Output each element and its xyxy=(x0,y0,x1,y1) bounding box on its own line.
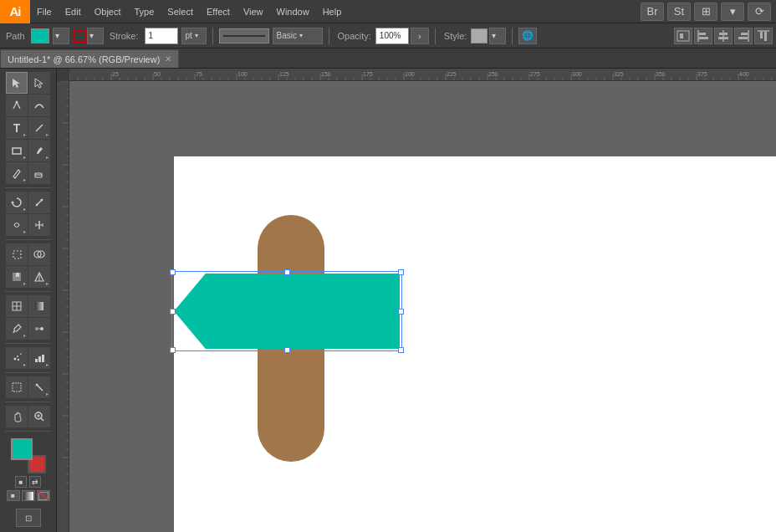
live-paint-btn[interactable]: ▸ xyxy=(6,266,28,288)
svg-rect-12 xyxy=(760,32,763,38)
svg-rect-3 xyxy=(699,33,706,35)
free-transform-btn[interactable] xyxy=(6,243,28,265)
main-area: T ▸ ▸ ▸ ▸ ▸ xyxy=(0,69,776,532)
menu-select[interactable]: Select xyxy=(161,0,200,23)
artboard-mode-btn[interactable]: ⊡ xyxy=(16,509,41,527)
bridge-icon-btn[interactable]: Br xyxy=(641,3,664,21)
artboard-mode-section: ⊡ xyxy=(2,509,54,527)
style-area: Style: ▾ xyxy=(442,28,507,44)
gradient-tool-btn[interactable] xyxy=(28,295,50,317)
swatch-container xyxy=(11,438,46,473)
swap-colors-btn[interactable]: ⇄ xyxy=(29,476,41,488)
scale-tool-btn[interactable] xyxy=(28,192,50,213)
ruler-left-ticks xyxy=(57,81,69,532)
stock-icon-btn[interactable]: St xyxy=(667,3,691,21)
opacity-input[interactable]: 100% xyxy=(375,28,409,44)
shape-builder-btn[interactable] xyxy=(28,243,50,265)
paintbrush-tool-btn[interactable]: ▸ xyxy=(28,140,50,161)
menu-help[interactable]: Help xyxy=(316,0,349,23)
width-tool-btn[interactable] xyxy=(28,214,50,236)
fill-dropdown-arrow: ▾ xyxy=(55,31,59,40)
style-label: Style: xyxy=(442,31,470,41)
svg-text:25: 25 xyxy=(112,71,119,77)
path-label: Path xyxy=(3,31,28,41)
slice-tool-btn[interactable]: ▸ xyxy=(28,376,50,398)
artboard xyxy=(174,156,776,532)
handle-top-left[interactable] xyxy=(170,269,176,275)
align-right-btn[interactable] xyxy=(734,28,753,44)
stroke-dropdown[interactable]: ▾ xyxy=(87,28,104,44)
workspaces-dropdown[interactable]: ▾ xyxy=(721,3,744,21)
blend-tool-btn[interactable] xyxy=(28,318,50,340)
align-left-btn[interactable] xyxy=(694,28,712,44)
svg-point-47 xyxy=(18,359,19,361)
rotate-tool-btn[interactable]: ▸ xyxy=(6,192,28,213)
sync-icon-btn[interactable]: ⟳ xyxy=(748,3,771,21)
menu-window[interactable]: Window xyxy=(270,0,316,23)
stroke-style-dropdown[interactable]: Basic▾ xyxy=(273,28,323,44)
symbol-sprayer-btn[interactable]: ▸ xyxy=(6,347,28,369)
fill-dropdown[interactable]: ▾ xyxy=(53,28,69,44)
menu-edit[interactable]: Edit xyxy=(59,0,88,23)
menu-effect[interactable]: Effect xyxy=(200,0,237,23)
align-top-btn[interactable] xyxy=(754,28,773,44)
pencil-subarrow: ▸ xyxy=(23,176,26,182)
eyedropper-btn[interactable]: ▸ xyxy=(6,318,28,340)
stroke-unit-dropdown[interactable]: pt▾ xyxy=(181,28,207,44)
hand-tool-btn[interactable] xyxy=(6,406,28,427)
tool-row-2 xyxy=(2,95,54,116)
globe-icon-btn[interactable]: 🌐 xyxy=(518,28,537,44)
tool-row-14 xyxy=(2,406,54,427)
pencil-tool-btn[interactable]: ▸ xyxy=(6,162,28,184)
default-colors-btn[interactable]: ■ xyxy=(15,476,27,488)
align-artboard-btn[interactable] xyxy=(674,28,692,44)
menu-type[interactable]: Type xyxy=(128,0,161,23)
svg-text:200: 200 xyxy=(405,71,415,77)
svg-point-46 xyxy=(17,356,18,357)
graph-tool-btn[interactable]: ▸ xyxy=(28,347,50,369)
warp-tool-btn[interactable]: ▸ xyxy=(6,214,28,236)
tab-close-btn[interactable]: ✕ xyxy=(165,54,171,64)
perspective-btn[interactable]: ▸ xyxy=(28,266,50,288)
eraser-tool-btn[interactable] xyxy=(28,162,50,184)
active-document-tab[interactable]: Untitled-1* @ 66.67% (RGB/Preview) ✕ xyxy=(0,49,179,68)
fill-color-box[interactable] xyxy=(11,438,33,460)
stroke-color-swatch[interactable] xyxy=(73,29,86,43)
line-tool-btn[interactable]: ▸ xyxy=(28,117,50,139)
fill-swatch[interactable] xyxy=(31,28,49,43)
stroke-preview xyxy=(219,28,269,43)
artboard-tool-btn[interactable] xyxy=(6,376,28,398)
workspaces-icon-btn[interactable]: ⊞ xyxy=(694,3,717,21)
stroke-width-input[interactable]: 1 xyxy=(145,28,178,44)
solid-color-btn[interactable]: ■ xyxy=(7,490,20,501)
svg-rect-50 xyxy=(42,355,44,362)
rect-tool-btn[interactable]: ▸ xyxy=(6,140,28,161)
menu-view[interactable]: View xyxy=(237,0,270,23)
handle-bottom-left[interactable] xyxy=(170,347,176,353)
curvature-tool-btn[interactable] xyxy=(28,95,50,116)
gradient-color-btn[interactable] xyxy=(22,490,35,501)
no-color-btn[interactable] xyxy=(37,490,50,501)
style-dropdown[interactable]: ▾ xyxy=(489,28,506,44)
style-swatch[interactable] xyxy=(471,28,488,43)
opacity-options-btn[interactable]: › xyxy=(411,28,429,44)
stroke-line xyxy=(223,35,265,37)
color-mode-row: ■ xyxy=(7,490,50,501)
mesh-tool-btn[interactable] xyxy=(6,295,28,317)
direct-selection-tool-btn[interactable] xyxy=(28,72,50,94)
tool-sep-4 xyxy=(5,343,51,344)
selection-tool-btn[interactable] xyxy=(6,72,28,94)
align-center-h-btn[interactable] xyxy=(714,28,733,44)
menu-object[interactable]: Object xyxy=(88,0,128,23)
menu-file[interactable]: File xyxy=(30,0,59,23)
svg-rect-9 xyxy=(741,33,748,35)
tool-row-10 xyxy=(2,295,54,317)
tool-sep-3 xyxy=(5,291,51,292)
ruler-top-ticks: 2550751001251501752002252502753003253503… xyxy=(69,69,776,80)
svg-rect-4 xyxy=(699,37,708,39)
teal-arrow-shape[interactable] xyxy=(174,274,400,349)
type-tool-btn[interactable]: T ▸ xyxy=(6,117,28,139)
zoom-tool-btn[interactable] xyxy=(28,406,50,427)
pen-tool-btn[interactable] xyxy=(6,95,28,116)
tool-sep-2 xyxy=(5,239,51,240)
